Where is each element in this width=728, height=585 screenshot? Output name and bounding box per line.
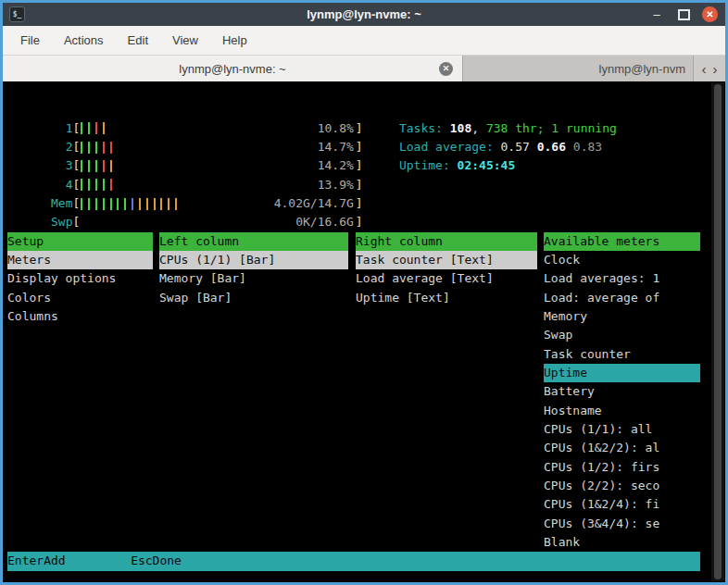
menu-bar: File Actions Edit View Help — [3, 26, 725, 56]
tab-close-icon[interactable]: ✕ — [439, 62, 453, 76]
function-bar: EnterAddEscDone — [7, 552, 700, 570]
available-meter-item[interactable]: Swap — [544, 326, 700, 344]
available-meter-item[interactable]: Memory — [544, 307, 700, 326]
available-meter-item[interactable]: Load averages: 1 — [544, 269, 700, 288]
cpu-meter-1: 1[10.8%] — [7, 100, 363, 118]
available-meter-item[interactable]: CPUs (3&4/4): se — [544, 515, 700, 533]
tab-bar: lynmp@lyn-nvme: ~ ✕ lynmp@lyn-nvm ‹ › — [3, 56, 725, 81]
left-column-item[interactable]: Memory [Bar] — [159, 269, 348, 288]
menu-item-edit[interactable]: Edit — [116, 29, 160, 52]
menu-item-actions[interactable]: Actions — [52, 29, 116, 52]
panel-header-left-column: Left column — [159, 232, 348, 251]
terminal-icon: $_ — [9, 6, 25, 22]
available-meter-item[interactable]: CPUs (2/2): seco — [544, 477, 700, 495]
meter-open-bracket: [ — [72, 215, 80, 229]
scrollbar-thumb[interactable] — [714, 84, 722, 579]
enter-key[interactable]: Enter — [7, 552, 44, 570]
panel-available-meters: Available meters Clock Load averages: 1 … — [544, 232, 700, 553]
panel-header-right-column: Right column — [356, 232, 537, 251]
cpu-meter-2: 2[14.7%] — [7, 119, 363, 138]
load-five: 0.66 — [537, 140, 573, 154]
add-button[interactable]: Add — [44, 552, 65, 570]
available-meter-item[interactable]: Clock — [544, 251, 700, 269]
tab-inactive[interactable]: lynmp@lyn-nvm — [463, 56, 694, 81]
swap-meter: Swp[0K/16.6G] — [7, 194, 363, 213]
setup-item-columns[interactable]: Columns — [7, 307, 153, 326]
panel-right-column: Right column Task counter [Text] Load av… — [356, 232, 537, 307]
panel-left-column: Left column CPUs (1/1) [Bar] Memory [Bar… — [159, 232, 348, 307]
menu-item-file[interactable]: File — [8, 29, 52, 52]
scroll-tabs-left-icon[interactable]: ‹ — [702, 61, 707, 77]
done-button[interactable]: Done — [153, 552, 182, 570]
terminal-window: $_ lynmp@lyn-nvme: ~ – ✕ File Actions Ed… — [0, 0, 728, 585]
uptime-value: 02:45:45 — [458, 158, 516, 172]
function-bar-gap — [66, 552, 132, 570]
tab-title: lynmp@lyn-nvm — [599, 62, 685, 76]
right-column-item[interactable]: Uptime [Text] — [356, 289, 537, 307]
tab-active[interactable]: lynmp@lyn-nvme: ~ ✕ — [3, 56, 463, 81]
available-meter-item[interactable]: Battery — [544, 382, 700, 401]
setup-item-colors[interactable]: Colors — [7, 289, 153, 307]
tab-title: lynmp@lyn-nvme: ~ — [179, 62, 285, 76]
right-column-item[interactable]: Load average [Text] — [356, 269, 537, 288]
terminal-viewport[interactable]: 1[10.8%] 2[14.7%] 3[14.2%] 4[13.9%] Mem[… — [3, 81, 725, 582]
setup-item-meters[interactable]: Meters — [7, 251, 153, 269]
close-button[interactable]: ✕ — [702, 6, 718, 22]
memory-meter: Mem[4.02G/14.7G] — [7, 176, 363, 194]
maximize-icon — [678, 9, 690, 20]
available-meter-item-selected[interactable]: Uptime — [544, 364, 700, 382]
panel-header-setup: Setup — [7, 232, 153, 251]
window-controls: – ✕ — [648, 6, 718, 23]
left-column-item[interactable]: Swap [Bar] — [159, 289, 348, 307]
setup-item-display-options[interactable]: Display options — [7, 269, 153, 288]
load-fifteen: 0.83 — [573, 140, 602, 154]
uptime-meter: Uptime: 02:45:45 — [356, 138, 515, 156]
meter-close-bracket: ] — [356, 215, 363, 229]
load-average-meter: Load average: 0.57 0.66 0.83 — [356, 119, 602, 138]
panel-setup: Setup Meters Display options Colors Colu… — [7, 232, 153, 327]
scrollbar[interactable] — [711, 82, 724, 581]
menu-item-help[interactable]: Help — [210, 29, 259, 52]
window-title: lynmp@lyn-nvme: ~ — [307, 7, 421, 21]
tab-scroll-controls: ‹ › — [694, 56, 725, 81]
left-column-item[interactable]: CPUs (1/1) [Bar] — [159, 251, 348, 269]
maximize-button[interactable] — [675, 6, 692, 23]
menu-item-view[interactable]: View — [160, 29, 210, 52]
available-meter-item[interactable]: Blank — [544, 533, 700, 552]
uptime-label: Uptime: — [399, 158, 458, 172]
cpu-meter-3: 3[14.2%] — [7, 138, 363, 156]
scroll-tabs-right-icon[interactable]: › — [713, 61, 718, 77]
panel-header-available-meters: Available meters — [544, 232, 700, 251]
available-meter-item[interactable]: Hostname — [544, 402, 700, 420]
available-meter-item[interactable]: CPUs (1&2/4): fi — [544, 495, 700, 514]
titlebar[interactable]: $_ lynmp@lyn-nvme: ~ – ✕ — [3, 3, 725, 26]
available-meter-item[interactable]: CPUs (1&2/2): al — [544, 439, 700, 457]
meter-value: 0K/16.6G — [295, 213, 354, 231]
tasks-meter: Tasks: 108, 738 thr; 1 running — [356, 100, 617, 118]
available-meter-item[interactable]: CPUs (1/1): all — [544, 420, 700, 439]
right-column-item[interactable]: Task counter [Text] — [356, 251, 537, 269]
available-meter-item[interactable]: Load: average of — [544, 289, 700, 307]
cpu-meter-4: 4[13.9%] — [7, 156, 363, 175]
available-meter-item[interactable]: CPUs (1/2): firs — [544, 458, 700, 477]
meter-caption: Swp — [51, 213, 73, 231]
esc-key[interactable]: Esc — [131, 552, 152, 570]
available-meter-item[interactable]: Task counter — [544, 345, 700, 364]
minimize-button[interactable]: – — [648, 6, 665, 23]
